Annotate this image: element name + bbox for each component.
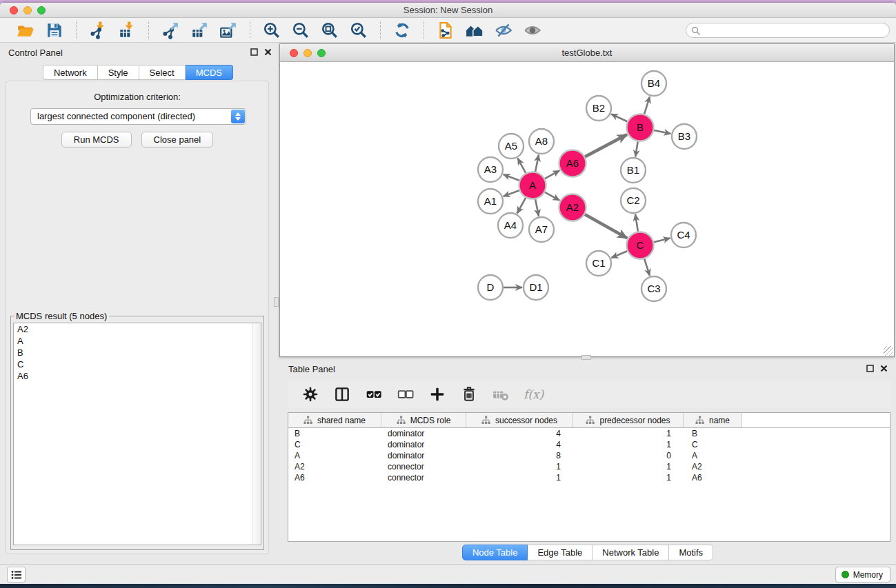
column-header-shared-name[interactable]: shared name [288, 413, 381, 427]
node-C1[interactable]: C1 [586, 251, 611, 276]
list-item[interactable]: C [14, 358, 261, 370]
settings-icon[interactable] [300, 385, 321, 404]
edge-A-A8[interactable] [535, 155, 539, 172]
table-cell[interactable]: C [684, 439, 742, 450]
table-cell[interactable]: C [288, 439, 381, 450]
edge-B-B1[interactable] [635, 141, 638, 156]
edge-A-A3[interactable] [504, 174, 519, 181]
zoom-fit-icon[interactable] [319, 21, 340, 40]
tab-edge-table[interactable]: Edge Table [528, 545, 593, 560]
delete-icon[interactable] [459, 385, 479, 404]
node-A5[interactable]: A5 [499, 134, 524, 159]
close-panel-icon[interactable] [264, 48, 272, 56]
node-B3[interactable]: B3 [672, 124, 697, 149]
edge-A-A5[interactable] [518, 159, 526, 173]
edge-B-B2[interactable] [611, 114, 627, 122]
column-header-predecessor-nodes[interactable]: predecessor nodes [573, 413, 684, 427]
edge-A2-C[interactable] [585, 214, 627, 239]
table-row[interactable]: Adominator80A [288, 450, 890, 461]
edge-C-C4[interactable] [654, 239, 670, 243]
table-cell[interactable]: connector [381, 472, 466, 483]
node-A7[interactable]: A7 [529, 217, 554, 242]
add-icon[interactable] [427, 385, 448, 404]
app-titlebar[interactable]: Session: New Session [0, 3, 896, 18]
list-item[interactable]: A6 [14, 370, 261, 382]
table-cell[interactable]: 0 [573, 450, 684, 461]
zoom-selected-icon[interactable] [348, 21, 369, 40]
tab-motifs[interactable]: Motifs [669, 545, 713, 560]
node-B[interactable]: B [627, 114, 654, 141]
select-all-icon[interactable] [364, 385, 384, 404]
export-network-icon[interactable] [160, 21, 181, 40]
table-cell[interactable]: connector [381, 461, 466, 472]
table-cell[interactable]: 1 [573, 472, 684, 483]
criterion-dropdown[interactable]: largest connected component (directed) [30, 108, 246, 125]
edge-A-A1[interactable] [504, 190, 519, 196]
result-list-scrollbar[interactable] [252, 323, 261, 545]
function-builder-button[interactable]: f(x) [524, 387, 544, 401]
zoom-in-icon[interactable] [261, 21, 282, 40]
table-cell[interactable]: A6 [684, 472, 742, 483]
tab-select[interactable]: Select [139, 65, 186, 80]
edge-A-A6[interactable] [545, 170, 559, 179]
float-panel-icon[interactable] [866, 365, 874, 372]
table-cell[interactable]: A [288, 450, 381, 461]
edge-C-C1[interactable] [611, 251, 627, 258]
column-header-mcds-role[interactable]: MCDS role [381, 413, 466, 427]
edge-A-A7[interactable] [535, 199, 539, 216]
zoom-out-icon[interactable] [290, 21, 311, 40]
table-row[interactable]: Cdominator41C [288, 439, 890, 450]
table-cell[interactable]: dominator [381, 450, 466, 461]
table-cell[interactable]: 8 [466, 450, 573, 461]
table-cell[interactable]: dominator [381, 428, 466, 439]
table-cell[interactable]: 1 [573, 428, 684, 439]
node-C[interactable]: C [627, 232, 654, 259]
list-item[interactable]: B [14, 347, 261, 358]
save-session-icon[interactable] [44, 21, 65, 40]
edge-A6-B[interactable] [585, 134, 627, 156]
close-panel-button[interactable]: Close panel [141, 132, 214, 148]
column-header-successor-nodes[interactable]: successor nodes [466, 413, 573, 427]
table-cell[interactable]: B [684, 428, 742, 439]
export-table-icon[interactable] [189, 21, 210, 40]
table-remove-icon[interactable] [490, 385, 511, 404]
import-table-icon[interactable] [117, 21, 137, 40]
table-cell[interactable]: A2 [684, 461, 742, 472]
table-cell[interactable]: A2 [288, 461, 381, 472]
run-mcds-button[interactable]: Run MCDS [61, 132, 132, 148]
node-D1[interactable]: D1 [524, 275, 548, 300]
node-C2[interactable]: C2 [621, 188, 646, 213]
node-D[interactable]: D [478, 275, 503, 300]
hide-details-icon[interactable] [493, 21, 514, 40]
list-item[interactable]: A2 [14, 323, 261, 335]
table-cell[interactable]: 1 [466, 461, 573, 472]
node-B1[interactable]: B1 [621, 158, 646, 183]
edge-B-B3[interactable] [654, 130, 670, 134]
node-C4[interactable]: C4 [671, 223, 696, 247]
node-A6[interactable]: A6 [559, 150, 586, 177]
table-cell[interactable]: dominator [381, 439, 466, 450]
table-row[interactable]: Bdominator41B [288, 428, 890, 439]
node-A3[interactable]: A3 [478, 157, 503, 182]
search-input[interactable] [704, 24, 884, 37]
columns-icon[interactable] [332, 385, 352, 404]
table-cell[interactable]: 1 [466, 472, 573, 483]
node-A[interactable]: A [519, 172, 546, 199]
tab-node-table[interactable]: Node Table [462, 545, 528, 560]
table-cell[interactable]: 4 [466, 428, 573, 439]
refresh-icon[interactable] [392, 21, 412, 40]
tab-mcds[interactable]: MCDS [186, 65, 233, 80]
node-B2[interactable]: B2 [586, 96, 611, 121]
import-network-icon[interactable] [88, 21, 108, 40]
node-A1[interactable]: A1 [478, 189, 503, 214]
close-panel-icon[interactable] [880, 365, 888, 372]
node-A2[interactable]: A2 [559, 194, 586, 221]
home-icon[interactable] [464, 21, 485, 40]
list-item[interactable]: A [14, 335, 261, 347]
window-resize-grip[interactable] [884, 346, 893, 356]
table-row[interactable]: A2connector11A2 [288, 461, 890, 472]
tab-network[interactable]: Network [43, 65, 98, 80]
task-history-button[interactable] [7, 567, 26, 582]
open-file-icon[interactable] [15, 21, 36, 40]
network-from-file-icon[interactable] [435, 21, 456, 40]
